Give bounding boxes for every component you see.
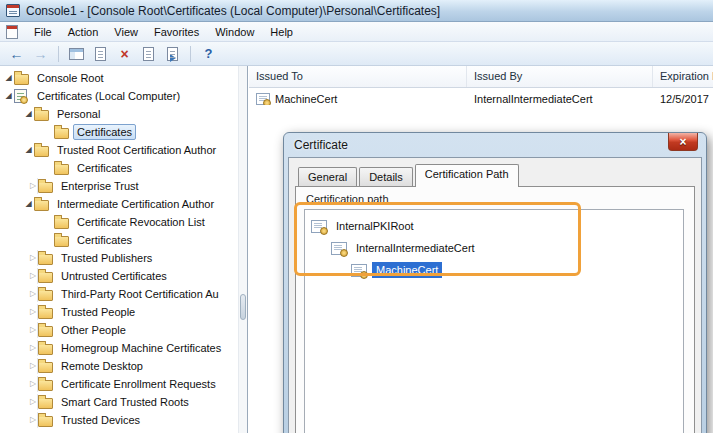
tree-item-label: Remote Desktop <box>57 358 147 374</box>
column-header-issued-to[interactable]: Issued To <box>249 66 467 87</box>
tree-item-personal[interactable]: ◢ Personal <box>0 105 247 123</box>
expand-arrow-icon[interactable]: ◢ <box>3 74 14 82</box>
tree-item-label: Enterprise Trust <box>57 178 143 194</box>
tree-item-console-root[interactable]: ◢ Console Root <box>0 69 247 87</box>
menu-favorites[interactable]: Favorites <box>146 24 207 40</box>
tree-item-enterprise-trust[interactable]: ▷ Enterprise Trust <box>0 177 247 195</box>
collapse-arrow-icon[interactable]: ▷ <box>23 358 38 374</box>
folder-icon <box>38 344 53 355</box>
menu-help[interactable]: Help <box>262 24 301 40</box>
collapse-arrow-icon[interactable]: ▷ <box>23 250 38 266</box>
tab-certification-path[interactable]: Certification Path <box>415 164 519 187</box>
tree-item-trusted-people[interactable]: ▷ Trusted People <box>0 303 247 321</box>
expand-arrow-icon[interactable]: ◢ <box>3 92 14 100</box>
tree-item-certificates-local-computer[interactable]: ◢ Certificates (Local Computer) <box>0 87 247 105</box>
help-icon: ? <box>205 47 213 60</box>
tree-item-label: Certificates <box>73 160 136 176</box>
certificates-snapin-icon <box>14 89 27 103</box>
collapse-arrow-icon[interactable]: ▷ <box>23 178 38 194</box>
column-header-expiration[interactable]: Expiration D <box>653 66 713 87</box>
export-list-button[interactable] <box>162 44 183 64</box>
folder-icon <box>38 254 53 265</box>
menu-window[interactable]: Window <box>207 24 262 40</box>
tree-item-smart-card-trusted-roots[interactable]: ▷ Smart Card Trusted Roots <box>0 393 247 411</box>
forward-button[interactable]: → <box>30 44 51 64</box>
tree-item-label: Other People <box>57 322 130 338</box>
collapse-arrow-icon[interactable]: ▷ <box>23 322 38 338</box>
menu-file[interactable]: File <box>26 24 60 40</box>
folder-icon <box>38 326 53 337</box>
toolbar-separator <box>58 46 59 62</box>
tree-item-label: Trusted Root Certification Author <box>53 142 220 158</box>
tree-item-trusted-root[interactable]: ◢ Trusted Root Certification Author <box>0 141 247 159</box>
tree-item-untrusted-certificates[interactable]: ▷ Untrusted Certificates <box>0 267 247 285</box>
collapse-arrow-icon[interactable]: ▷ <box>23 304 38 320</box>
tree-item-personal-certificates[interactable]: Certificates <box>0 123 247 141</box>
window-titlebar: Console1 - [Console Root\Certificates (L… <box>0 0 713 22</box>
collapse-arrow-icon[interactable]: ▷ <box>23 268 38 284</box>
menubar: File Action View Favorites Window Help <box>0 22 713 42</box>
tree-item-intermediate-certificates[interactable]: Certificates <box>0 231 247 249</box>
dialog-title: Certificate <box>294 138 348 152</box>
path-item-machinecert[interactable]: MachineCert <box>305 259 683 281</box>
tree-item-intermediate[interactable]: ◢ Intermediate Certification Author <box>0 195 247 213</box>
tree-item-remote-desktop[interactable]: ▷ Remote Desktop <box>0 357 247 375</box>
console-window-icon[interactable] <box>6 25 18 39</box>
window-title: Console1 - [Console Root\Certificates (L… <box>26 4 440 18</box>
certification-path-panel: Certification path InternalPKIRoot Inter… <box>295 186 695 433</box>
tree-item-label: Console Root <box>33 70 108 86</box>
folder-icon <box>38 182 53 193</box>
folder-icon <box>38 308 53 319</box>
tree-item-label: Trusted Devices <box>57 412 144 428</box>
tree-item-label: Personal <box>53 106 104 122</box>
folder-icon <box>34 110 49 121</box>
export-button[interactable] <box>90 44 111 64</box>
folder-icon <box>34 146 49 157</box>
certificate-row[interactable]: MachineCert InternalIntermediateCert 12/… <box>249 90 713 108</box>
expand-arrow-icon[interactable]: ◢ <box>23 110 34 118</box>
collapse-arrow-icon[interactable]: ▷ <box>23 412 38 428</box>
scrollbar-thumb[interactable] <box>240 294 246 320</box>
tree-item-label: Homegroup Machine Certificates <box>57 340 225 356</box>
folder-icon <box>54 164 69 175</box>
back-button[interactable]: ← <box>6 44 27 64</box>
menu-view[interactable]: View <box>106 24 146 40</box>
folder-icon <box>38 290 53 301</box>
tree-item-label: Third-Party Root Certification Au <box>57 286 223 302</box>
folder-icon <box>54 218 69 229</box>
collapse-arrow-icon[interactable]: ▷ <box>23 394 38 410</box>
collapse-arrow-icon[interactable]: ▷ <box>23 286 38 302</box>
show-tree-button[interactable] <box>66 44 87 64</box>
tree-item-other-people[interactable]: ▷ Other People <box>0 321 247 339</box>
tree-item-trusted-root-certificates[interactable]: Certificates <box>0 159 247 177</box>
tree-scrollbar[interactable] <box>238 66 247 433</box>
path-item-label: InternalPKIRoot <box>332 218 418 234</box>
path-item-internalpkiroot[interactable]: InternalPKIRoot <box>305 215 683 237</box>
console-app-icon <box>6 4 20 17</box>
certificate-dialog: Certificate × General Details Certificat… <box>283 132 707 433</box>
menu-action[interactable]: Action <box>60 24 107 40</box>
tree-item-label: Trusted People <box>57 304 139 320</box>
tree-item-cert-enrollment-requests[interactable]: ▷ Certificate Enrollment Requests <box>0 375 247 393</box>
path-item-internalintermediatecert[interactable]: InternalIntermediateCert <box>305 237 683 259</box>
tab-details[interactable]: Details <box>359 167 413 186</box>
properties-button[interactable] <box>138 44 159 64</box>
tree-item-trusted-devices[interactable]: ▷ Trusted Devices <box>0 411 247 429</box>
tree-item-crl[interactable]: Certificate Revocation List <box>0 213 247 231</box>
certificate-icon <box>256 93 270 105</box>
collapse-arrow-icon[interactable]: ▷ <box>23 340 38 356</box>
help-button[interactable]: ? <box>198 44 219 64</box>
dialog-close-button[interactable]: × <box>668 133 698 151</box>
back-icon: ← <box>10 47 24 61</box>
delete-button[interactable]: × <box>114 44 135 64</box>
tab-general[interactable]: General <box>298 167 357 186</box>
tree-item-third-party-root[interactable]: ▷ Third-Party Root Certification Au <box>0 285 247 303</box>
column-header-issued-by[interactable]: Issued By <box>467 66 653 87</box>
collapse-arrow-icon[interactable]: ▷ <box>23 376 38 392</box>
expand-arrow-icon[interactable]: ◢ <box>23 200 34 208</box>
expand-arrow-icon[interactable]: ◢ <box>23 146 34 154</box>
dialog-body: General Details Certification Path Certi… <box>288 157 702 433</box>
tree-item-homegroup[interactable]: ▷ Homegroup Machine Certificates <box>0 339 247 357</box>
tree-item-label: Smart Card Trusted Roots <box>57 394 193 410</box>
tree-item-trusted-publishers[interactable]: ▷ Trusted Publishers <box>0 249 247 267</box>
